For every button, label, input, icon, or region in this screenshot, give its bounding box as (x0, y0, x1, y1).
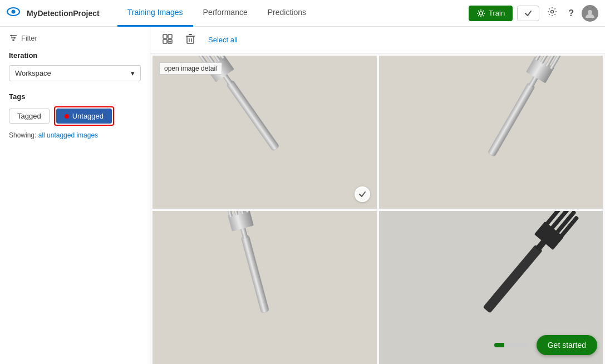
tags-label: Tags (9, 92, 141, 101)
iteration-label: Iteration (9, 51, 141, 60)
gear-train-icon (476, 9, 485, 18)
settings-icon (547, 7, 557, 17)
svg-point-3 (551, 11, 554, 13)
filter-label: Filter (21, 34, 37, 42)
svg-rect-11 (163, 35, 167, 38)
iteration-value: Workspace (15, 69, 51, 77)
add-icon (163, 34, 173, 44)
delete-button[interactable] (183, 32, 198, 48)
svg-rect-29 (487, 82, 535, 157)
svg-point-1 (12, 9, 16, 13)
image-cell-2[interactable] (379, 56, 603, 209)
tooltip-1: open image detail (159, 62, 222, 75)
settings-button[interactable] (544, 4, 560, 22)
untagged-button[interactable]: Untagged (56, 109, 112, 124)
svg-point-10 (13, 40, 14, 41)
fork-image-3 (153, 211, 377, 364)
logo-icon (7, 5, 20, 22)
header-actions: Train ? (469, 4, 598, 22)
project-name: MyDetectionProject (27, 9, 100, 18)
progress-fill (494, 343, 504, 347)
iteration-dropdown-icon: ▾ (131, 69, 135, 77)
untagged-dot (65, 114, 69, 119)
avatar[interactable] (582, 5, 598, 22)
fork-image-1 (153, 56, 377, 209)
svg-point-8 (11, 35, 13, 37)
image-cell-1[interactable]: open image detail (153, 56, 377, 209)
iteration-dropdown[interactable]: Workspace ▾ (9, 65, 141, 81)
image-cell-3[interactable] (153, 211, 377, 364)
get-started-button[interactable]: Get started (537, 335, 597, 355)
tab-predictions[interactable]: Predictions (258, 0, 316, 27)
user-icon (585, 8, 595, 18)
check-button[interactable] (517, 6, 539, 21)
add-images-button[interactable] (159, 32, 176, 48)
tagged-button[interactable]: Tagged (9, 109, 50, 124)
showing-text: Showing: all untagged images (9, 131, 141, 139)
svg-rect-12 (168, 35, 172, 38)
svg-rect-13 (163, 40, 167, 43)
get-started-area: Get started (494, 335, 597, 355)
check-circle-1[interactable] (355, 186, 370, 202)
tab-training-images[interactable]: Training Images (117, 0, 193, 27)
tags-section: Tags Tagged Untagged Showing: all untagg… (9, 92, 141, 139)
fork-image-2 (379, 56, 603, 209)
toolbar: Select all (150, 27, 605, 53)
header: MyDetectionProject Training Images Perfo… (0, 0, 605, 27)
select-all-button[interactable]: Select all (205, 33, 241, 46)
content-area: Select all (150, 27, 605, 364)
progress-bar (494, 343, 528, 347)
svg-rect-22 (226, 80, 279, 151)
svg-point-4 (588, 10, 592, 14)
image-cell-4[interactable]: Get started (379, 211, 603, 364)
train-button-label: Train (489, 9, 505, 17)
tags-row: Tagged Untagged (9, 106, 141, 126)
help-button[interactable]: ? (565, 5, 577, 21)
nav-tabs: Training Images Performance Predictions (117, 0, 464, 27)
svg-rect-39 (222, 211, 233, 217)
sidebar: Filter Iteration Workspace ▾ Tags Tagged… (0, 27, 150, 364)
svg-point-2 (479, 12, 483, 15)
image-grid: open image detail (150, 53, 605, 364)
svg-rect-36 (241, 235, 269, 313)
main-layout: Filter Iteration Workspace ▾ Tags Tagged… (0, 27, 605, 364)
svg-point-9 (14, 37, 16, 39)
showing-link[interactable]: all untagged images (38, 131, 98, 139)
check-icon (524, 9, 532, 17)
filter-row[interactable]: Filter (9, 33, 141, 42)
untagged-label: Untagged (72, 112, 104, 120)
svg-rect-17 (187, 36, 194, 43)
help-icon: ? (568, 8, 574, 18)
filter-icon (9, 33, 18, 42)
untagged-selected-ring: Untagged (54, 106, 114, 126)
train-button[interactable]: Train (469, 6, 513, 21)
svg-rect-43 (483, 245, 542, 313)
tab-performance[interactable]: Performance (193, 0, 258, 27)
delete-icon (186, 34, 195, 44)
